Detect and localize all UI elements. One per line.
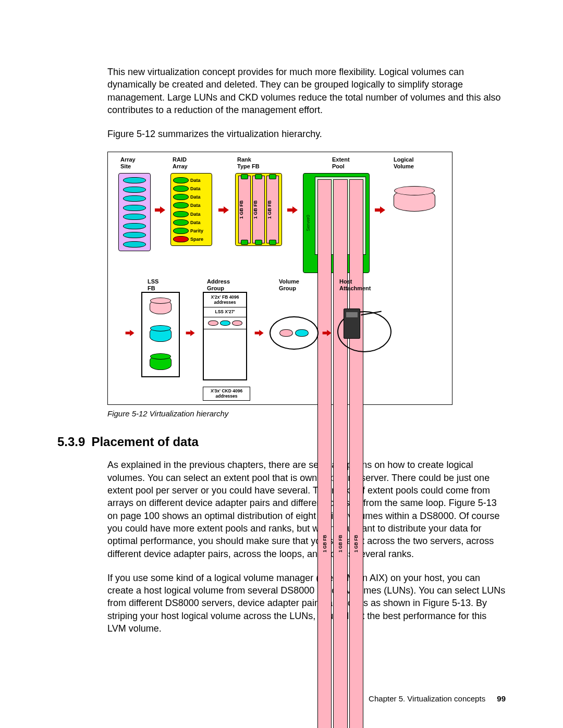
label-logical-volume: LogicalVolume — [394, 156, 414, 169]
address-group-box: X'2x' FB 4096 addresses LSS X'27' — [203, 292, 247, 380]
raid-array-box: Data Data Data Data Data Data Parity Spa… — [170, 173, 212, 246]
arrow-icon — [375, 206, 386, 214]
page-footer: Chapter 5. Virtualization concepts 99 — [369, 694, 506, 703]
label-extent-pool: ExtentPool — [332, 156, 350, 169]
label-lss-fb: LSSFB — [148, 278, 158, 291]
volume-group-ellipse — [270, 316, 319, 350]
figure-reference: Figure 5-12 summarizes the virtualizatio… — [107, 128, 506, 140]
label-address-group: AddressGroup — [207, 278, 230, 291]
placement-paragraph-2: If you use some kind of a logical volume… — [107, 572, 506, 635]
arrow-icon — [255, 330, 265, 337]
label-host-attachment: HostAttachment — [339, 278, 371, 291]
arrow-icon — [287, 206, 299, 214]
arrow-icon — [218, 206, 230, 214]
lss-fb-box — [141, 292, 180, 377]
address-group-ckd: X'3x' CKD 4096 addresses — [203, 387, 250, 401]
extent-pool-box: Server0 1 GB FB 1 GB FB 1 GB FB 1 GB FB … — [303, 173, 370, 273]
figure-5-12: ArraySite RAIDArray RankType FB ExtentPo… — [107, 152, 452, 405]
figure-caption: Figure 5-12 Virtualization hierarchy — [107, 409, 506, 418]
server0-label: Server0 — [305, 215, 311, 232]
label-volume-group: VolumeGroup — [279, 278, 299, 291]
arrow-icon — [323, 330, 333, 337]
array-site-box — [118, 173, 151, 251]
label-raid-array: RAIDArray — [173, 156, 188, 169]
logical-volume-cylinder — [394, 190, 435, 212]
server-icon — [344, 309, 360, 339]
label-rank: RankType FB — [237, 156, 260, 169]
label-array-site: ArraySite — [120, 156, 136, 169]
placement-paragraph-1: As explained in the previous chapters, t… — [107, 459, 506, 560]
section-heading: 5.3.9Placement of data — [57, 435, 506, 449]
arrow-icon — [155, 206, 166, 214]
arrow-icon — [186, 330, 196, 337]
intro-paragraph: This new virtualization concept provides… — [107, 66, 506, 116]
arrow-icon — [126, 330, 136, 337]
rank-box: 1 GB FB 1 GB FB 1 GB FB — [235, 173, 282, 246]
